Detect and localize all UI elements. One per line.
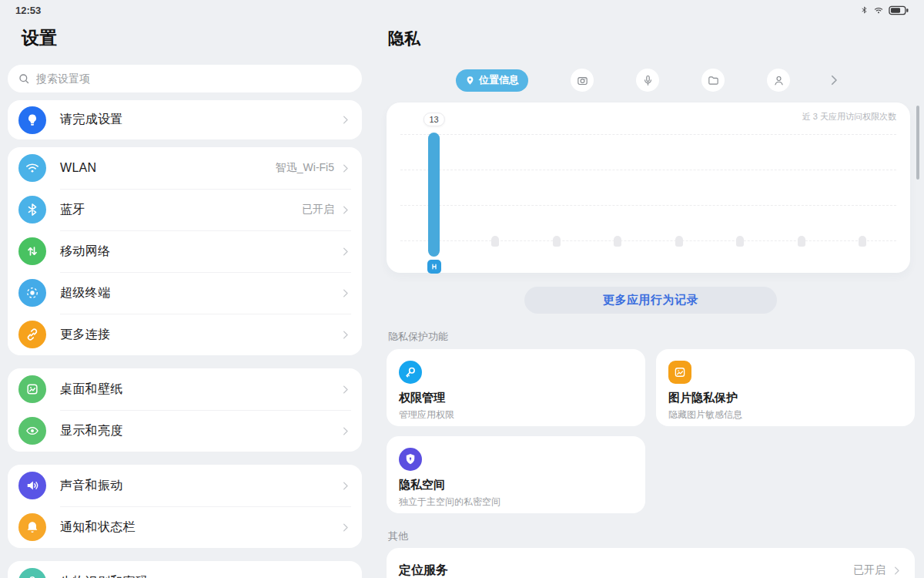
search-input[interactable] bbox=[36, 72, 352, 85]
chart-stub bbox=[859, 236, 866, 247]
sidebar-item-biometrics[interactable]: 生物识别和密码 bbox=[18, 561, 351, 578]
key-icon bbox=[399, 361, 422, 384]
chevron-right-icon bbox=[340, 246, 351, 257]
chart-bar[interactable] bbox=[428, 133, 440, 257]
person-icon bbox=[772, 74, 785, 87]
settings-row-label: 定位服务 bbox=[399, 563, 853, 578]
sidebar-item-label: 桌面和壁纸 bbox=[60, 381, 340, 398]
settings-group-card: 生物识别和密码 bbox=[8, 561, 362, 578]
sidebar-item-wlan[interactable]: WLAN智迅_Wi-Fi5 bbox=[18, 147, 351, 189]
tab-label: 位置信息 bbox=[479, 73, 519, 87]
status-icons bbox=[860, 5, 909, 15]
chart-gridline bbox=[400, 240, 896, 241]
camera-icon bbox=[576, 74, 589, 87]
bulb-icon bbox=[18, 106, 46, 134]
sidebar-item-label: 通知和状态栏 bbox=[60, 519, 340, 536]
tab-contacts[interactable] bbox=[767, 69, 790, 92]
feature-card-title: 隐私空间 bbox=[399, 478, 633, 492]
bluetooth-icon bbox=[18, 196, 46, 223]
tab-camera[interactable] bbox=[571, 69, 594, 92]
sidebar-item-more-connections[interactable]: 更多连接 bbox=[18, 314, 351, 355]
chevron-right-icon bbox=[340, 522, 351, 533]
tab-location-active[interactable]: 位置信息 bbox=[456, 69, 528, 92]
status-bar: 12:53 bbox=[0, 0, 924, 20]
bluetooth-icon bbox=[860, 5, 869, 15]
chevron-right-icon bbox=[340, 204, 351, 216]
mobile-data-icon bbox=[18, 237, 46, 265]
feature-card-photo-privacy[interactable]: 图片隐私保护隐藏图片敏感信息 bbox=[656, 349, 915, 426]
settings-row-location-service[interactable]: 定位服务已开启 bbox=[399, 548, 902, 578]
lock-icon bbox=[18, 568, 46, 578]
sidebar-item-setup-reminder[interactable]: 请完成设置 bbox=[18, 100, 351, 139]
tab-microphone[interactable] bbox=[636, 69, 659, 92]
folder-icon bbox=[707, 74, 720, 87]
chart-stub bbox=[553, 236, 561, 247]
bell-icon bbox=[18, 513, 46, 541]
location-pin-icon bbox=[465, 76, 475, 86]
sidebar-item-label: 移动网络 bbox=[60, 244, 340, 260]
battery-icon bbox=[889, 5, 909, 15]
section-title-other: 其他 bbox=[388, 529, 915, 542]
sidebar-item-label: 显示和亮度 bbox=[60, 423, 340, 439]
wifi-icon bbox=[872, 5, 885, 15]
settings-group-card: 桌面和壁纸显示和亮度 bbox=[8, 368, 362, 452]
shield-icon bbox=[399, 448, 422, 471]
chevron-right-icon bbox=[340, 287, 351, 299]
settings-sidebar: 设置 请完成设置WLAN智迅_Wi-Fi5蓝牙已开启移动网络超级终端更多连接桌面… bbox=[8, 20, 362, 578]
sidebar-item-value: 已开启 bbox=[302, 203, 334, 217]
more-app-behavior-button[interactable]: 更多应用行为记录 bbox=[524, 287, 777, 314]
clock: 12:53 bbox=[15, 5, 41, 16]
speaker-icon bbox=[18, 472, 46, 499]
eye-icon bbox=[18, 417, 46, 445]
feature-card-subtitle: 独立于主空间的私密空间 bbox=[399, 496, 633, 509]
chevron-right-icon bbox=[340, 329, 351, 341]
microphone-icon bbox=[641, 74, 654, 87]
chart-gridline bbox=[400, 134, 896, 135]
search-icon bbox=[18, 72, 30, 85]
sidebar-groups: 请完成设置WLAN智迅_Wi-Fi5蓝牙已开启移动网络超级终端更多连接桌面和壁纸… bbox=[8, 100, 362, 578]
sidebar-item-mobile-network[interactable]: 移动网络 bbox=[18, 230, 351, 272]
chart-stub bbox=[614, 236, 621, 247]
sidebar-item-display[interactable]: 显示和亮度 bbox=[18, 410, 351, 452]
wifi-icon bbox=[18, 154, 46, 182]
feature-card-private-space[interactable]: 隐私空间独立于主空间的私密空间 bbox=[387, 436, 645, 513]
sidebar-item-value: 智迅_Wi-Fi5 bbox=[276, 161, 334, 175]
privacy-panel: 隐私 位置信息 近 3 天应用访问权限次数 13 更多应用行为记录 隐私保护功能… bbox=[387, 20, 915, 578]
bar-value-bubble: 13 bbox=[423, 113, 444, 126]
chart-caption: 近 3 天应用访问权限次数 bbox=[802, 111, 896, 123]
settings-row-value: 已开启 bbox=[853, 563, 886, 577]
tab-files[interactable] bbox=[701, 69, 725, 92]
chart-gridline bbox=[400, 170, 896, 170]
page-title: 设置 bbox=[22, 26, 362, 49]
permission-tabs: 位置信息 bbox=[387, 69, 915, 92]
chevron-right-icon[interactable] bbox=[827, 73, 841, 87]
sidebar-item-notifications[interactable]: 通知和状态栏 bbox=[18, 506, 351, 548]
sidebar-item-label: 生物识别和密码 bbox=[60, 574, 340, 578]
chart-stub bbox=[736, 236, 744, 247]
sidebar-item-label: 超级终端 bbox=[60, 285, 340, 301]
sidebar-item-label: 蓝牙 bbox=[60, 202, 302, 218]
settings-group-card: WLAN智迅_Wi-Fi5蓝牙已开启移动网络超级终端更多连接 bbox=[8, 147, 362, 355]
chart-stub bbox=[491, 236, 499, 247]
wallpaper-icon bbox=[18, 375, 46, 403]
search-bar[interactable] bbox=[8, 65, 362, 92]
feature-card-subtitle: 隐藏图片敏感信息 bbox=[668, 408, 902, 422]
section-title-privacy-features: 隐私保护功能 bbox=[388, 330, 915, 342]
chart-stub bbox=[675, 236, 683, 247]
chart-stub bbox=[798, 236, 805, 247]
chevron-right-icon bbox=[340, 114, 351, 126]
sidebar-item-label: 更多连接 bbox=[60, 327, 340, 343]
scrollbar[interactable] bbox=[916, 106, 919, 180]
sidebar-item-super-device[interactable]: 超级终端 bbox=[18, 272, 351, 314]
chevron-right-icon bbox=[340, 163, 351, 174]
sidebar-item-bluetooth[interactable]: 蓝牙已开启 bbox=[18, 189, 351, 230]
sidebar-item-wallpaper[interactable]: 桌面和壁纸 bbox=[18, 368, 351, 410]
other-settings-card: 定位服务已开启 bbox=[387, 548, 915, 578]
app-icon[interactable] bbox=[427, 260, 441, 274]
chevron-right-icon bbox=[340, 425, 351, 437]
sidebar-item-sound[interactable]: 声音和振动 bbox=[18, 465, 351, 506]
feature-card-subtitle: 管理应用权限 bbox=[399, 408, 633, 422]
sidebar-item-label: WLAN bbox=[60, 161, 276, 175]
chevron-right-icon bbox=[891, 565, 902, 576]
feature-card-permission-manager[interactable]: 权限管理管理应用权限 bbox=[387, 349, 645, 426]
